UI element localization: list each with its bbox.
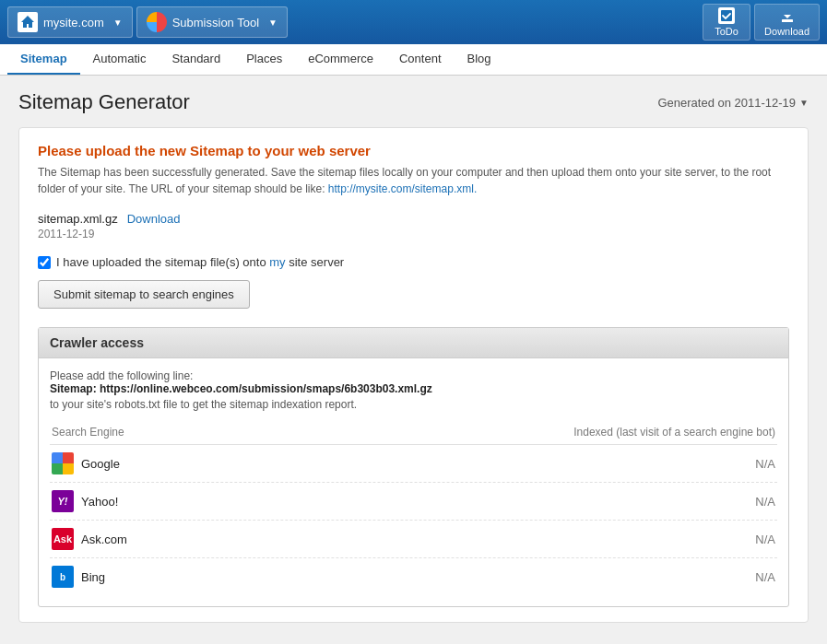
generated-text: Generated on 2011-12-19 [657,96,796,110]
todo-button[interactable]: ToDo [703,4,750,41]
site-name: mysite.com [43,16,104,29]
tab-ecommerce[interactable]: eCommerce [295,44,386,75]
crawler-body: Please add the following line: Sitemap: … [39,358,788,606]
se-left-yahoo: Y! Yahoo! [52,490,118,512]
se-name-ask: Ask.com [81,533,127,546]
my-link[interactable]: my [269,255,285,269]
page-header: Sitemap Generator Generated on 2011-12-1… [18,90,809,114]
bing-logo: b [52,566,74,588]
site-selector[interactable]: mysite.com ▼ [7,6,133,38]
checkbox-section: I have uploaded the sitemap file(s) onto… [38,255,789,269]
generated-label[interactable]: Generated on 2011-12-19 ▼ [657,96,809,110]
crawler-section: Crawler access Please add the following … [38,327,789,607]
tab-blog[interactable]: Blog [455,44,504,75]
search-engine-table: Search Engine Indexed (last visit of a s… [50,420,777,595]
tool-icon [147,12,167,32]
tool-caret: ▼ [268,18,278,28]
tool-selector[interactable]: Submission Tool ▼ [136,6,288,38]
crawler-header: Crawler access [39,328,788,358]
home-icon [18,12,38,32]
se-value-ask: N/A [755,533,775,546]
page-title: Sitemap Generator [18,90,190,114]
top-navbar: mysite.com ▼ Submission Tool ▼ ToDo [0,0,827,44]
yahoo-logo: Y! [52,490,74,512]
se-value-bing: N/A [755,570,775,584]
download-label: Download [764,26,809,37]
ask-logo: Ask [52,528,74,550]
se-left-google: Google [52,452,120,474]
se-row-yahoo: Y! Yahoo! N/A [50,483,777,521]
tab-content[interactable]: Content [386,44,455,75]
se-row-google: Google N/A [50,445,777,483]
main-panel: Please upload the new Sitemap to your we… [18,127,809,623]
se-header-indexed: Indexed (last visit of a search engine b… [573,426,775,439]
se-header-engine: Search Engine [52,426,124,439]
se-left-bing: b Bing [52,566,105,588]
alert-section: Please upload the new Sitemap to your we… [38,143,789,197]
crawler-instructions: Please add the following line: Sitemap: … [50,369,777,411]
checkbox-label[interactable]: I have uploaded the sitemap file(s) onto… [56,255,344,269]
svg-rect-1 [782,19,793,21]
tab-standard[interactable]: Standard [159,44,233,75]
se-name-google: Google [81,457,120,471]
instruction-bold: Sitemap: https://online.webceo.com/submi… [50,382,777,395]
generated-caret: ▼ [799,98,809,108]
se-row-bing: b Bing N/A [50,558,777,595]
instruction-prefix: Please add the following line: [50,369,777,382]
checkbox-text-before: I have uploaded the sitemap file(s) onto [56,255,266,269]
se-name-yahoo: Yahoo! [81,495,118,509]
submit-button[interactable]: Submit sitemap to search engines [38,280,250,309]
download-button[interactable]: Download [754,4,820,41]
se-header-row: Search Engine Indexed (last visit of a s… [50,420,777,445]
alert-title: Please upload the new Sitemap to your we… [38,143,789,158]
se-row-ask: Ask Ask.com N/A [50,521,777,558]
file-row: sitemap.xml.gz Download [38,212,789,226]
tab-bar: Sitemap Automatic Standard Places eComme… [0,44,827,76]
se-value-google: N/A [755,457,775,471]
site-caret: ▼ [113,18,123,28]
todo-icon [718,7,735,24]
filename: sitemap.xml.gz [38,212,118,226]
download-icon [779,7,796,24]
file-download-link[interactable]: Download [127,212,181,226]
tool-name: Submission Tool [172,16,259,29]
se-left-ask: Ask Ask.com [52,528,127,550]
tab-places[interactable]: Places [233,44,295,75]
file-section: sitemap.xml.gz Download 2011-12-19 [38,212,789,240]
alert-text: The Sitemap has been successfully genera… [38,164,789,197]
todo-label: ToDo [715,26,738,37]
top-right-buttons: ToDo Download [703,4,820,41]
tab-automatic[interactable]: Automatic [80,44,159,75]
google-logo [52,452,74,474]
main-content: Sitemap Generator Generated on 2011-12-1… [0,76,827,642]
tab-sitemap[interactable]: Sitemap [7,44,80,75]
se-value-yahoo: N/A [755,495,775,509]
se-name-bing: Bing [81,570,105,584]
instruction-after: to your site's robots.txt file to get th… [50,398,777,411]
checkbox-text-after: site server [289,255,344,269]
upload-checkbox[interactable] [38,256,51,269]
file-date: 2011-12-19 [38,228,789,240]
alert-link[interactable]: http://mysite.com/sitemap.xml. [328,182,477,195]
